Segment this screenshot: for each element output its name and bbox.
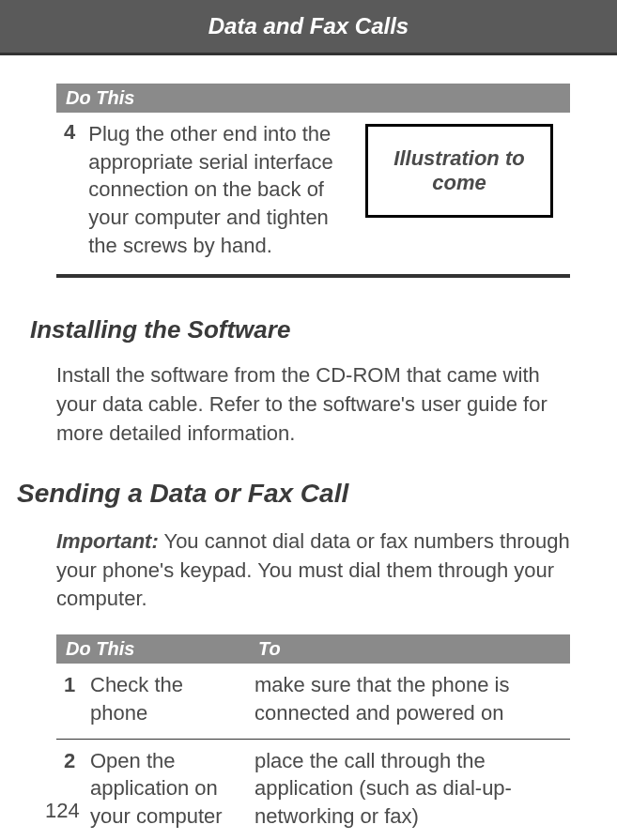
install-heading: Installing the Software: [30, 315, 570, 344]
table2-row: 2 Open the application on your computer …: [56, 740, 570, 840]
table2-row-num: 1: [64, 671, 90, 726]
page-number: 124: [45, 799, 80, 823]
page-content: Do This 4 Plug the other end into the ap…: [0, 55, 617, 840]
page-header: Data and Fax Calls: [0, 0, 617, 55]
table2-header: Do This To: [56, 634, 570, 664]
table2-row-purpose: place the call through the application (…: [255, 747, 563, 831]
illustration-placeholder: Illustration to come: [365, 124, 553, 218]
table2-header-col2: To: [258, 638, 561, 660]
table2-row: 1 Check the phone make sure that the pho…: [56, 664, 570, 739]
table1-row: 4 Plug the other end into the appropriat…: [56, 113, 570, 276]
step-number: 4: [64, 120, 88, 259]
important-label: Important:: [56, 529, 159, 553]
table1-header: Do This: [56, 84, 570, 113]
table1-header-label: Do This: [66, 87, 134, 108]
page-title: Data and Fax Calls: [208, 13, 409, 38]
install-paragraph: Install the software from the CD-ROM tha…: [56, 361, 570, 448]
step-text: Plug the other end into the appropriate …: [88, 120, 365, 259]
table2-row-action: Check the phone: [90, 671, 255, 726]
important-paragraph: Important: You cannot dial data or fax n…: [56, 527, 570, 614]
table2-row-action: Open the application on your computer: [90, 747, 255, 831]
table2-row-purpose: make sure that the phone is connected an…: [255, 671, 563, 726]
table2-header-col1: Do This: [66, 638, 258, 660]
sending-heading: Sending a Data or Fax Call: [17, 479, 570, 509]
